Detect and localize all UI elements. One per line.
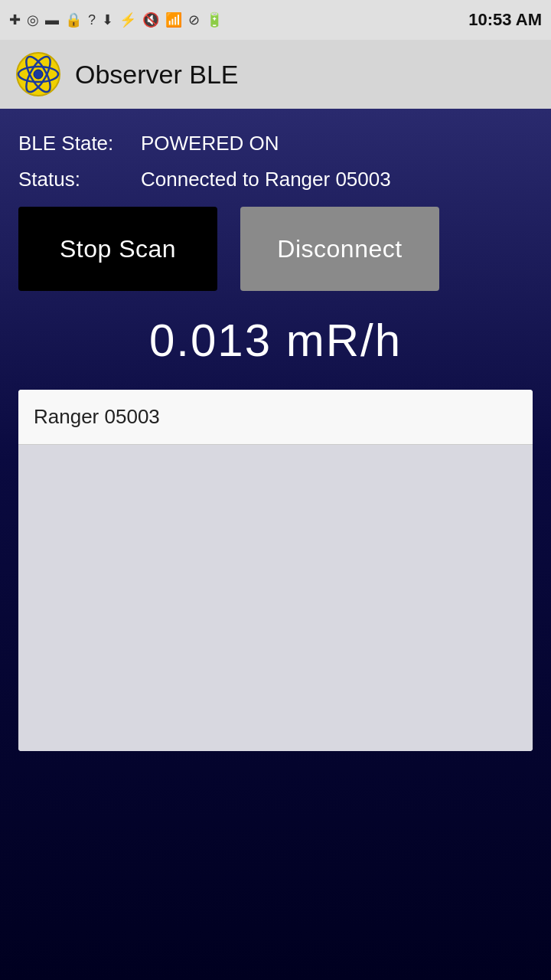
location-icon: ◎ xyxy=(27,11,39,28)
device-name: Ranger 05003 xyxy=(34,405,160,428)
status-label: Status: xyxy=(18,168,141,191)
app-logo-icon xyxy=(15,51,61,97)
device-item-body xyxy=(18,445,533,751)
ble-state-label: BLE State: xyxy=(18,132,141,155)
svg-point-1 xyxy=(34,70,43,79)
status-bar: ✚ ◎ ▬ 🔒 ? ⬇ ⚡ 🔇 📶 ⊘ 🔋 10:53 AM xyxy=(0,0,551,40)
lock-icon: 🔒 xyxy=(65,11,82,28)
buttons-row: Stop Scan Disconnect xyxy=(18,207,533,291)
status-time: 10:53 AM xyxy=(468,10,542,30)
wifi-icon: 📶 xyxy=(165,11,182,28)
download-icon: ⬇ xyxy=(102,11,113,28)
blocked-icon: ⊘ xyxy=(188,11,200,28)
add-icon: ✚ xyxy=(9,11,21,28)
status-icons-left: ✚ ◎ ▬ 🔒 ? ⬇ ⚡ 🔇 📶 ⊘ 🔋 xyxy=(9,11,223,28)
bluetooth-icon: ⚡ xyxy=(119,11,136,28)
ble-state-row: BLE State: POWERED ON xyxy=(18,132,533,155)
ble-state-value: POWERED ON xyxy=(141,132,279,155)
device-list: Ranger 05003 xyxy=(18,390,533,751)
media-icon: ▬ xyxy=(45,12,59,28)
app-title: Observer BLE xyxy=(75,60,239,90)
status-value: Connected to Ranger 05003 xyxy=(141,168,391,191)
file-icon: ? xyxy=(88,12,96,28)
reading-display: 0.013 mR/h xyxy=(18,314,533,367)
reading-value: 0.013 mR/h xyxy=(149,315,402,366)
battery-icon: 🔋 xyxy=(206,11,223,28)
mute-icon: 🔇 xyxy=(142,11,159,28)
status-row: Status: Connected to Ranger 05003 xyxy=(18,168,533,191)
main-content: BLE State: POWERED ON Status: Connected … xyxy=(0,109,551,980)
status-bar-right: 10:53 AM xyxy=(464,10,542,30)
disconnect-button[interactable]: Disconnect xyxy=(240,207,439,291)
app-bar: Observer BLE xyxy=(0,40,551,109)
device-item[interactable]: Ranger 05003 xyxy=(18,390,533,445)
stop-scan-button[interactable]: Stop Scan xyxy=(18,207,217,291)
